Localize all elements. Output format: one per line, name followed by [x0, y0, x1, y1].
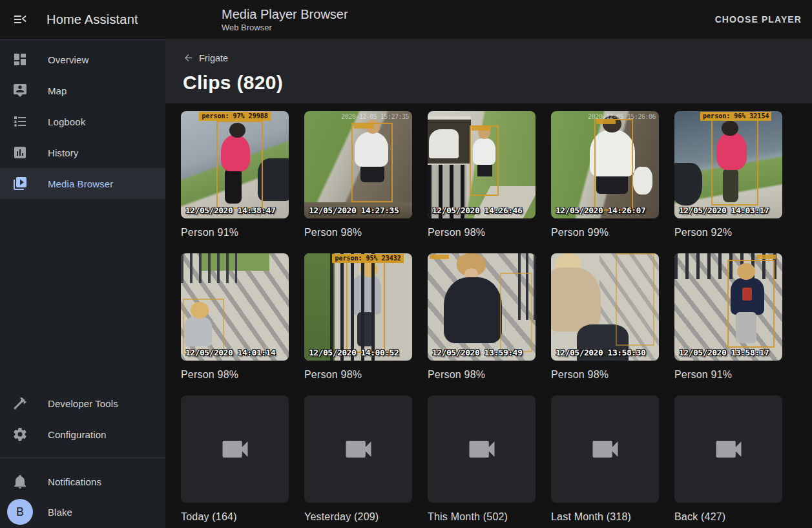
page-header-title: Media Player Browser	[222, 6, 706, 22]
menu-open-icon	[12, 12, 28, 27]
clip-label: Person 92%	[674, 226, 782, 239]
clip-card[interactable]: 2020-12-05 15:27:35 12/05/2020 14:27:35 …	[304, 111, 412, 239]
timestamp-overlay: 12/05/2020 14:27:35	[309, 206, 399, 215]
clip-thumbnail: 12/05/2020 13:58:30	[551, 253, 659, 361]
gear-icon	[12, 427, 28, 442]
app-title: Home Assistant	[47, 12, 138, 27]
clip-label: Person 98%	[181, 368, 289, 381]
clip-thumbnail: person: 96% 32154 12/05/2020 14:03:17	[674, 111, 782, 218]
sidebar-item-developer-tools[interactable]: Developer Tools	[0, 388, 165, 419]
timestamp-overlay: 12/05/2020 14:00:52	[309, 348, 399, 357]
clip-card[interactable]: 12/05/2020 14:01:14 Person 98%	[181, 253, 289, 381]
timestamp-overlay: 12/05/2020 14:26:46	[432, 206, 522, 215]
breadcrumb[interactable]: Frigate	[183, 52, 228, 63]
folder-card-this-month[interactable]: This Month (502)	[428, 396, 536, 523]
video-icon	[712, 432, 745, 466]
clip-thumbnail: 12/05/2020 13:58:17	[674, 253, 782, 361]
scene-shape	[429, 129, 459, 158]
clip-label: Person 91%	[674, 368, 782, 381]
sidebar-item-label: Notifications	[48, 476, 101, 487]
topbar-title-block: Media Player Browser Web Browser	[165, 6, 706, 33]
sidebar-item-label: Configuration	[48, 429, 107, 440]
clip-thumbnail: person: 97% 29988 12/05/2020 14:38:47	[181, 111, 289, 218]
clip-card[interactable]: person: 95% 23432 12/05/2020 14:00:52 Pe…	[304, 253, 412, 381]
scene-shape	[551, 268, 601, 332]
clip-label: Person 98%	[428, 368, 536, 381]
detection-label: person: 95% 23432	[332, 254, 403, 263]
scene-shape	[674, 163, 702, 206]
sidebar-toggle-button[interactable]	[11, 10, 29, 28]
camera-osd-timestamp: 2020-12-05 15:27:35	[341, 113, 409, 120]
clip-card[interactable]: person: 97% 29988 12/05/2020 14:38:47 Pe…	[181, 111, 289, 239]
clip-label: Person 98%	[428, 226, 536, 239]
detection-bbox	[470, 125, 499, 196]
folder-card-back[interactable]: Back (427)	[674, 396, 782, 523]
sidebar-item-logbook[interactable]: Logbook	[0, 106, 165, 137]
detection-bbox	[216, 121, 263, 209]
clip-card[interactable]: 12/05/2020 13:58:30 Person 98%	[551, 253, 659, 381]
clip-thumbnail: 12/05/2020 13:59:49	[428, 253, 536, 361]
scene-shape	[181, 253, 237, 283]
timestamp-overlay: 12/05/2020 14:01:14	[185, 348, 275, 357]
detection-bbox	[727, 260, 775, 348]
detection-label: person: 96% 32154	[700, 112, 771, 121]
clip-label: Person 98%	[551, 368, 659, 381]
clip-thumbnail: 2020-12-05 15:26:06 12/05/2020 14:26:07	[551, 111, 659, 218]
sidebar-item-label: History	[48, 147, 78, 158]
timestamp-overlay: 12/05/2020 14:38:47	[185, 206, 275, 215]
clip-card[interactable]: 12/05/2020 13:59:49 Person 98%	[428, 253, 536, 381]
media-browser-content: Frigate Clips (820) person: 97% 29988 12…	[165, 39, 812, 528]
detection-label-small	[472, 126, 491, 131]
detection-label-small	[756, 255, 776, 259]
folder-card-today[interactable]: Today (164)	[181, 396, 289, 523]
clip-label: Person 99%	[551, 226, 659, 239]
clip-label: Person 98%	[304, 226, 412, 239]
sidebar-item-notifications[interactable]: Notifications	[0, 466, 165, 497]
timestamp-overlay: 12/05/2020 13:59:49	[432, 348, 522, 357]
detection-label: person: 97% 29988	[199, 112, 270, 121]
video-icon	[218, 432, 252, 466]
clips-grid: person: 97% 29988 12/05/2020 14:38:47 Pe…	[181, 111, 784, 528]
folder-card-yesterday[interactable]: Yesterday (209)	[304, 396, 412, 523]
detection-bbox	[616, 253, 654, 346]
clip-label: Person 98%	[304, 368, 412, 381]
clip-card[interactable]: 2020-12-05 15:26:06 12/05/2020 14:26:07 …	[551, 111, 659, 239]
media-browser-icon	[12, 176, 28, 191]
logbook-list-icon	[12, 114, 28, 129]
clip-card[interactable]: 12/05/2020 14:26:46 Person 98%	[428, 111, 536, 239]
folder-thumbnail	[304, 396, 412, 503]
sidebar-item-label: Map	[48, 85, 67, 96]
folder-label: Today (164)	[181, 511, 289, 523]
clip-thumbnail: 12/05/2020 14:26:46	[428, 111, 536, 218]
sidebar-divider	[0, 458, 165, 458]
sidebar-item-label: Media Browser	[48, 178, 113, 189]
content-header: Frigate Clips (820)	[165, 39, 812, 103]
clip-card[interactable]: person: 96% 32154 12/05/2020 14:03:17 Pe…	[674, 111, 782, 239]
sidebar-item-configuration[interactable]: Configuration	[0, 419, 165, 450]
timestamp-overlay: 12/05/2020 14:26:07	[556, 206, 645, 215]
sidebar-item-label: Developer Tools	[48, 398, 118, 409]
avatar: B	[7, 499, 33, 525]
clip-label: Person 91%	[181, 226, 289, 239]
bell-icon	[12, 474, 28, 489]
detection-bbox	[183, 299, 224, 354]
sidebar-item-user[interactable]: B Blake	[0, 497, 165, 528]
page-header-subtitle: Web Browser	[222, 23, 706, 33]
sidebar-item-overview[interactable]: Overview	[0, 44, 165, 75]
sidebar-item-map[interactable]: Map	[0, 75, 165, 106]
folder-label: Yesterday (209)	[304, 511, 412, 523]
map-account-icon	[12, 83, 28, 98]
sidebar-item-history[interactable]: History	[0, 137, 165, 168]
choose-player-button[interactable]: CHOOSE PLAYER	[706, 9, 811, 30]
detection-bbox	[346, 258, 385, 354]
page-title: Clips (820)	[183, 72, 812, 94]
clip-card[interactable]: 12/05/2020 13:58:17 Person 91%	[674, 253, 782, 381]
topbar-left: Home Assistant	[0, 10, 165, 28]
arrow-left-icon	[183, 52, 194, 63]
user-name-label: Blake	[48, 507, 72, 518]
folder-card-last-month[interactable]: Last Month (318)	[551, 396, 659, 523]
detection-bbox	[594, 119, 633, 211]
breadcrumb-label: Frigate	[199, 53, 228, 63]
sidebar-item-media-browser[interactable]: Media Browser	[0, 168, 165, 199]
clip-thumbnail: 2020-12-05 15:27:35 12/05/2020 14:27:35	[304, 111, 412, 218]
